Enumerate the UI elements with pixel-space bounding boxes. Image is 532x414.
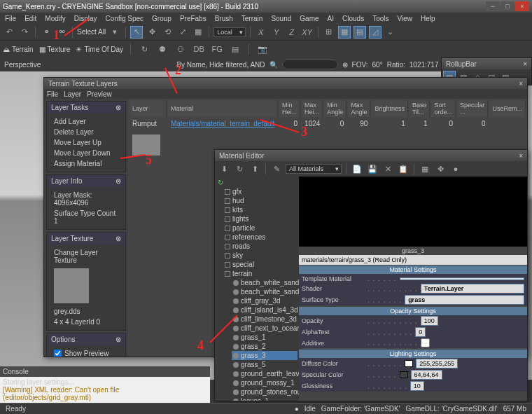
coord-space-dropdown[interactable]: Local [214,27,246,37]
menu-clouds[interactable]: Clouds [339,14,368,23]
search-input[interactable] [282,60,338,69]
me-reset-icon[interactable]: ↻ [233,163,246,175]
close-button[interactable]: × [515,1,529,11]
axis-xy[interactable]: XY [301,26,314,39]
person-icon[interactable]: ⚇ [174,43,187,55]
terrain-snap-icon[interactable]: ⌄ [384,26,397,39]
col-bright[interactable]: Brightness [372,100,408,117]
delete-layer-button[interactable]: Delete Layer [54,127,118,137]
axis-x[interactable]: X [255,26,267,39]
show-preview-checkbox[interactable] [54,350,62,357]
specular-color-swatch[interactable] [400,371,408,378]
me-assign-icon[interactable]: ⬇ [218,163,230,175]
specular-value[interactable]: 64,64,64 [411,370,442,380]
db-button[interactable]: DB [192,43,205,55]
sub-icon[interactable]: ▦ [192,26,204,39]
me-dot-icon[interactable]: ● [449,163,462,175]
undo-icon[interactable]: ↶ [3,26,15,39]
terrain-tool-button[interactable]: ⛰Terrain [3,46,34,53]
menu-group[interactable]: Group [148,14,175,23]
ttl-menu-preview[interactable]: Preview [87,90,112,98]
col-material[interactable]: Material [168,100,278,117]
fg-button[interactable]: FG [211,43,223,55]
reload-icon[interactable]: ↻ [138,43,150,55]
col-tile[interactable]: Base Til... [410,100,430,117]
menu-edit[interactable]: Edit [21,14,40,23]
surface-type-value[interactable]: grass [405,295,524,305]
collapse-icon[interactable]: ⊗ [115,235,121,242]
tod-tool-button[interactable]: ☀Time Of Day [76,46,123,53]
ttl-menu-layer[interactable]: Layer [64,90,81,98]
axis-y[interactable]: Y [270,26,283,39]
redo-icon[interactable]: ↷ [18,26,31,39]
menu-tools[interactable]: Tools [369,14,392,23]
scale-icon[interactable]: ⤢ [176,26,189,39]
ai-icon[interactable]: ⚉ [156,43,169,55]
menu-file[interactable]: File [1,14,20,23]
me-copy-icon[interactable]: 📋 [397,163,410,175]
table-row[interactable]: Rumput Materials/material_terrain_defaul… [130,118,526,129]
glossiness-value[interactable]: 10 [410,381,424,391]
me-merge-icon[interactable]: ✥ [434,163,447,175]
layers-icon[interactable]: ▤ [229,43,241,55]
menu-brush[interactable]: Brush [211,14,237,23]
angle-snap-icon[interactable]: ◿ [369,26,382,39]
col-minh[interactable]: Min Hei... [279,100,300,117]
grid-icon[interactable]: ▦ [338,26,351,39]
select-all-button[interactable]: Select All [77,28,106,36]
maximize-button[interactable]: □ [500,1,514,11]
menu-sound[interactable]: Sound [267,14,295,23]
menu-display[interactable]: Display [71,14,101,23]
menu-ai[interactable]: AI [324,14,337,23]
texture-tool-button[interactable]: ▦Texture [39,46,71,53]
col-maxh[interactable]: Max Hei... [302,100,323,117]
rollup-close-icon[interactable]: × [523,60,527,68]
collapse-icon[interactable]: ⊗ [115,336,121,343]
diffuse-color-swatch[interactable] [405,360,413,367]
col-userem[interactable]: UseRem... [489,100,526,117]
menu-game[interactable]: Game [296,14,322,23]
me-pick-icon[interactable]: ✎ [270,163,283,175]
col-layer[interactable]: Layer [130,100,167,117]
me-delete-icon[interactable]: ✕ [382,163,394,175]
me-multi-icon[interactable]: ▦ [419,163,431,175]
collapse-icon[interactable]: ⊗ [115,177,121,185]
col-maxa[interactable]: Max Angle [348,100,370,117]
me-filter-dropdown[interactable]: All Materials [286,164,342,174]
unlink-icon[interactable]: ⚮ [55,26,68,39]
diffuse-value[interactable]: 255,255,255 [416,359,458,368]
assign-material-button[interactable]: Assign Material [54,158,118,169]
chevron-down-icon[interactable]: ▾ [108,26,121,39]
clear-search-icon[interactable]: ⊗ [342,61,348,69]
move-layer-down-button[interactable]: Move Layer Down [54,148,118,158]
alphatest-value[interactable]: 0 [415,327,426,337]
axis-z[interactable]: Z [286,26,298,39]
rotate-icon[interactable]: ⟲ [161,26,174,39]
menu-modify[interactable]: Modify [41,14,69,23]
tree-refresh-icon[interactable]: ↻ [216,178,298,187]
material-link[interactable]: Materials/material_terrain_default [171,120,274,127]
change-texture-button[interactable]: Change Layer Texture [54,247,118,265]
menu-terrain[interactable]: Terrain [238,14,267,23]
add-layer-button[interactable]: Add Layer [54,116,118,127]
minimize-button[interactable]: − [486,1,500,11]
menu-configspec[interactable]: Config Spec [102,14,147,23]
me-new-icon[interactable]: 📄 [351,163,363,175]
shader-value[interactable]: Terrain.Layer [421,284,524,294]
menu-help[interactable]: Help [417,14,439,23]
cursor-icon[interactable]: ↖ [130,26,143,39]
menu-view[interactable]: View [394,14,416,23]
menu-prefabs[interactable]: PreFabs [176,14,210,23]
me-close-icon[interactable]: × [519,152,523,160]
collapse-icon[interactable]: ⊗ [115,104,121,111]
additive-checkbox[interactable] [421,338,430,347]
template-value[interactable] [400,277,524,280]
col-mina[interactable]: Min Angle [324,100,346,117]
link-icon[interactable]: ⚭ [40,26,52,39]
material-tree[interactable]: ↻ gfx hud kits lights particle reference… [215,177,299,401]
me-save-icon[interactable]: 💾 [366,163,379,175]
col-spec[interactable]: Specular ... [457,100,489,117]
col-sort[interactable]: Sort orde... [431,100,456,117]
grid2-icon[interactable]: ▤ [354,26,366,39]
ttl-close-icon[interactable]: × [519,80,523,88]
